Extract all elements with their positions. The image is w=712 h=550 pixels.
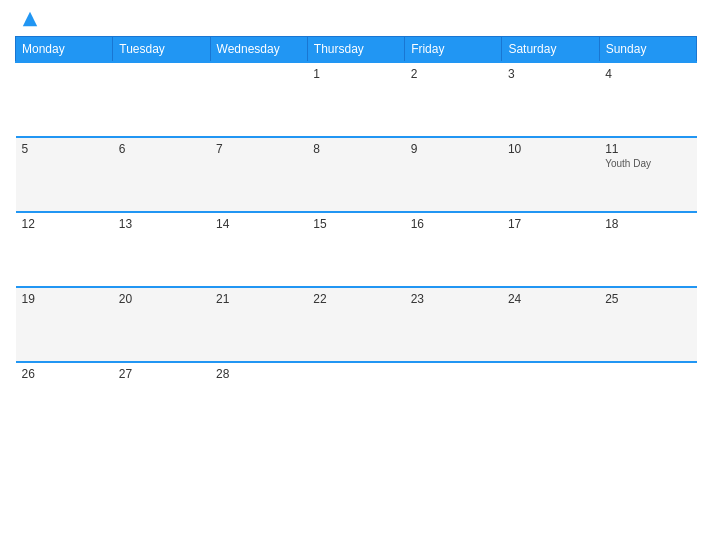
calendar-cell: 4 (599, 62, 696, 137)
day-number: 12 (22, 217, 107, 231)
day-number: 6 (119, 142, 204, 156)
day-number: 4 (605, 67, 690, 81)
calendar-cell (16, 62, 113, 137)
calendar-cell: 1 (307, 62, 404, 137)
calendar-cell: 9 (405, 137, 502, 212)
calendar-cell (307, 362, 404, 437)
week-row-5: 262728 (16, 362, 697, 437)
weekday-header-tuesday: Tuesday (113, 37, 210, 63)
day-number: 22 (313, 292, 398, 306)
day-number: 20 (119, 292, 204, 306)
weekday-header-saturday: Saturday (502, 37, 599, 63)
day-number: 10 (508, 142, 593, 156)
calendar-cell (405, 362, 502, 437)
calendar-cell: 15 (307, 212, 404, 287)
calendar-cell: 26 (16, 362, 113, 437)
day-number: 13 (119, 217, 204, 231)
day-number: 8 (313, 142, 398, 156)
weekday-header-monday: Monday (16, 37, 113, 63)
calendar-header (15, 10, 697, 28)
calendar-cell: 18 (599, 212, 696, 287)
day-number: 2 (411, 67, 496, 81)
day-number: 21 (216, 292, 301, 306)
weekday-header-wednesday: Wednesday (210, 37, 307, 63)
calendar-container: MondayTuesdayWednesdayThursdayFridaySatu… (0, 0, 712, 550)
calendar-cell: 22 (307, 287, 404, 362)
calendar-cell: 2 (405, 62, 502, 137)
calendar-cell: 17 (502, 212, 599, 287)
calendar-cell: 23 (405, 287, 502, 362)
calendar-cell: 27 (113, 362, 210, 437)
day-number: 26 (22, 367, 107, 381)
week-row-3: 12131415161718 (16, 212, 697, 287)
calendar-cell: 25 (599, 287, 696, 362)
calendar-table: MondayTuesdayWednesdayThursdayFridaySatu… (15, 36, 697, 437)
day-number: 18 (605, 217, 690, 231)
calendar-cell: 11Youth Day (599, 137, 696, 212)
calendar-cell (599, 362, 696, 437)
week-row-4: 19202122232425 (16, 287, 697, 362)
week-row-2: 567891011Youth Day (16, 137, 697, 212)
day-number: 28 (216, 367, 301, 381)
calendar-cell: 28 (210, 362, 307, 437)
calendar-cell: 20 (113, 287, 210, 362)
calendar-cell: 12 (16, 212, 113, 287)
calendar-cell (502, 362, 599, 437)
logo-icon (21, 10, 39, 28)
day-number: 15 (313, 217, 398, 231)
calendar-cell (210, 62, 307, 137)
day-number: 1 (313, 67, 398, 81)
weekday-header-thursday: Thursday (307, 37, 404, 63)
calendar-cell: 24 (502, 287, 599, 362)
weekday-header-row: MondayTuesdayWednesdayThursdayFridaySatu… (16, 37, 697, 63)
day-number: 7 (216, 142, 301, 156)
calendar-cell: 5 (16, 137, 113, 212)
day-number: 14 (216, 217, 301, 231)
weekday-header-friday: Friday (405, 37, 502, 63)
event-label: Youth Day (605, 158, 690, 169)
calendar-cell: 19 (16, 287, 113, 362)
calendar-cell: 8 (307, 137, 404, 212)
calendar-cell: 10 (502, 137, 599, 212)
calendar-cell: 16 (405, 212, 502, 287)
day-number: 3 (508, 67, 593, 81)
day-number: 11 (605, 142, 690, 156)
calendar-cell (113, 62, 210, 137)
svg-marker-0 (23, 12, 37, 26)
day-number: 5 (22, 142, 107, 156)
calendar-cell: 13 (113, 212, 210, 287)
calendar-cell: 6 (113, 137, 210, 212)
day-number: 23 (411, 292, 496, 306)
calendar-cell: 3 (502, 62, 599, 137)
day-number: 17 (508, 217, 593, 231)
calendar-cell: 21 (210, 287, 307, 362)
calendar-cell: 7 (210, 137, 307, 212)
day-number: 9 (411, 142, 496, 156)
week-row-1: 1234 (16, 62, 697, 137)
calendar-cell: 14 (210, 212, 307, 287)
day-number: 16 (411, 217, 496, 231)
day-number: 24 (508, 292, 593, 306)
weekday-header-sunday: Sunday (599, 37, 696, 63)
day-number: 27 (119, 367, 204, 381)
day-number: 25 (605, 292, 690, 306)
day-number: 19 (22, 292, 107, 306)
logo (20, 10, 41, 28)
